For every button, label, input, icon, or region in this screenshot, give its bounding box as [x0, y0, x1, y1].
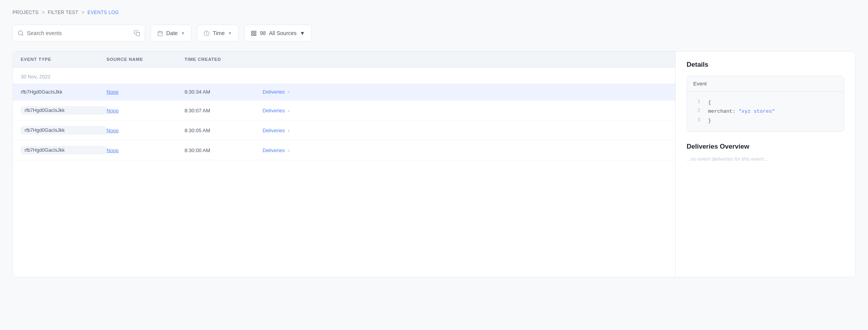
time-created-cell: 8:30:07 AM [185, 108, 263, 114]
search-icon [18, 30, 24, 36]
no-deliveries-text: ...no event deliveries for this event... [687, 156, 844, 162]
svg-rect-2 [136, 32, 140, 36]
search-input[interactable] [27, 30, 131, 36]
line-num-3: 3 [693, 116, 700, 125]
table-row[interactable]: rfb7Hgd0GacIsJkk Noop 8:30:00 AM Deliver… [13, 140, 675, 160]
deliveries-label: Deliveries [263, 89, 285, 95]
code-content-3: } [708, 116, 711, 125]
copy-icon[interactable] [134, 30, 140, 36]
svg-rect-10 [252, 34, 253, 35]
code-string: "xyz stores" [738, 108, 775, 114]
table-row[interactable]: rfb7Hgd0GacIsJkk Noop 8:30:34 AM Deliver… [13, 83, 675, 101]
breadcrumb-events-log: EVENTS LOG [87, 10, 119, 15]
svg-rect-9 [254, 31, 256, 32]
search-input-wrapper [12, 25, 145, 42]
time-created-cell: 8:30:05 AM [185, 128, 263, 133]
code-block: 1 { 2 merchant: "xyz stores" 3 } [687, 92, 844, 131]
event-type-cell: rfb7Hgd0GacIsJkk [21, 146, 107, 154]
grid-icon [251, 30, 257, 36]
event-type-cell: rfb7Hgd0GacIsJkk [21, 106, 107, 115]
breadcrumb-filter-test[interactable]: FILTER TEST [48, 10, 78, 15]
source-name-link[interactable]: Noop [107, 128, 185, 133]
svg-line-1 [22, 34, 23, 35]
calendar-icon [157, 30, 163, 36]
col-extra [263, 57, 667, 62]
time-filter-button[interactable]: Time ▼ [197, 25, 238, 42]
events-table-section: EVENT TYPE SOURCE NAME TIME CREATED 30 N… [13, 51, 676, 277]
sources-chevron-icon: ▼ [300, 30, 305, 36]
table-header: EVENT TYPE SOURCE NAME TIME CREATED [13, 51, 675, 67]
deliveries-label: Deliveries [263, 108, 285, 114]
source-name-link[interactable]: Noop [107, 108, 185, 114]
svg-rect-11 [254, 34, 256, 35]
line-num-2: 2 [693, 107, 700, 116]
source-name-link[interactable]: Noop [107, 147, 185, 153]
table-row[interactable]: rfb7Hgd0GacIsJkk Noop 8:30:05 AM Deliver… [13, 121, 675, 140]
main-layout: EVENT TYPE SOURCE NAME TIME CREATED 30 N… [12, 51, 856, 277]
time-created-cell: 8:30:34 AM [185, 89, 263, 95]
chevron-right-icon: › [288, 147, 289, 153]
code-content-1: { [708, 98, 711, 107]
chevron-right-icon: › [288, 108, 289, 114]
code-line-3: 3 } [693, 116, 838, 125]
deliveries-overview-title: Deliveries Overview [687, 143, 844, 151]
source-name-link[interactable]: Noop [107, 89, 185, 95]
time-filter-label: Time [213, 30, 225, 36]
all-sources-label: All Sources [269, 30, 297, 36]
breadcrumb-sep-2: > [82, 9, 85, 15]
details-panel: Details Event 1 { 2 merchant: "xyz store… [676, 51, 855, 277]
event-type-cell: rfb7Hgd0GacIsJkk [21, 89, 107, 95]
date-chevron-icon: ▼ [181, 31, 185, 35]
svg-rect-8 [252, 31, 253, 32]
breadcrumb-projects[interactable]: PROJECTS [12, 10, 39, 15]
table-row[interactable]: rfb7Hgd0GacIsJkk Noop 8:30:07 AM Deliver… [13, 101, 675, 121]
code-line-2: 2 merchant: "xyz stores" [693, 107, 838, 116]
svg-rect-3 [158, 31, 162, 35]
breadcrumb-sep-1: > [42, 9, 45, 15]
clock-icon [204, 30, 209, 36]
deliveries-cell: Deliveries › [263, 108, 667, 114]
filter-bar: Date ▼ Time ▼ 98 All Sources ▼ [12, 25, 856, 42]
details-title: Details [687, 61, 844, 69]
code-line-1: 1 { [693, 98, 838, 107]
deliveries-label: Deliveries [263, 128, 285, 133]
date-group-label: 30 Nov, 2022 [13, 67, 675, 83]
event-type-cell: rfb7Hgd0GacIsJkk [21, 126, 107, 135]
date-filter-button[interactable]: Date ▼ [151, 25, 192, 42]
code-key: merchant: [708, 108, 738, 114]
deliveries-cell: Deliveries › [263, 89, 667, 95]
date-filter-label: Date [166, 30, 178, 36]
chevron-right-icon: › [288, 128, 289, 133]
event-code-header: Event [687, 76, 844, 92]
all-sources-count: 98 [260, 30, 266, 36]
col-source-name: SOURCE NAME [107, 57, 185, 62]
event-code-section: Event 1 { 2 merchant: "xyz stores" 3 [687, 76, 844, 132]
time-chevron-icon: ▼ [228, 31, 232, 35]
deliveries-label: Deliveries [263, 147, 285, 153]
deliveries-cell: Deliveries › [263, 147, 667, 153]
all-sources-filter-button[interactable]: 98 All Sources ▼ [244, 25, 312, 42]
page-container: PROJECTS > FILTER TEST > EVENTS LOG [0, 0, 868, 330]
line-num-1: 1 [693, 98, 700, 107]
col-event-type: EVENT TYPE [21, 57, 107, 62]
chevron-right-icon: › [288, 89, 289, 95]
breadcrumb: PROJECTS > FILTER TEST > EVENTS LOG [12, 9, 856, 15]
time-created-cell: 8:30:00 AM [185, 147, 263, 153]
deliveries-cell: Deliveries › [263, 128, 667, 133]
code-content-2: merchant: "xyz stores" [708, 107, 775, 116]
col-time-created: TIME CREATED [185, 57, 263, 62]
